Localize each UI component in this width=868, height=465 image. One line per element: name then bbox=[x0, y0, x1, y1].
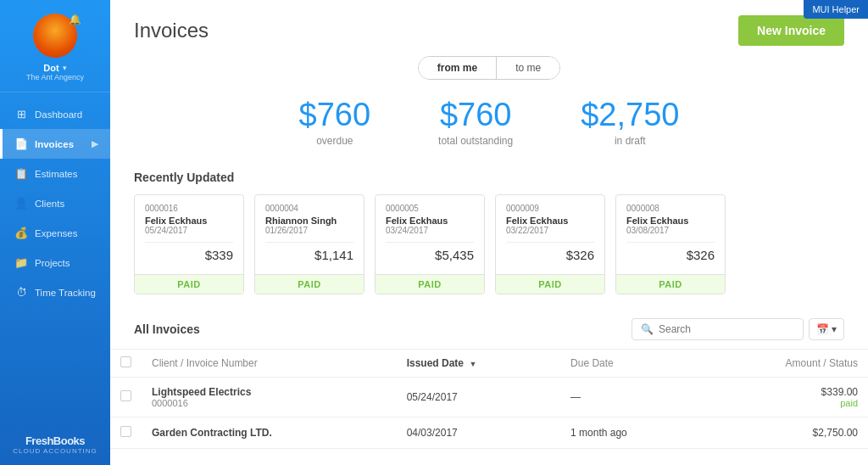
search-input[interactable] bbox=[659, 323, 794, 335]
page-header: Invoices New Invoice bbox=[110, 0, 868, 56]
card-amount: $326 bbox=[506, 248, 594, 262]
card-status: PAID bbox=[376, 274, 484, 294]
sidebar-item-invoices[interactable]: 📄 Invoices ▶ bbox=[0, 129, 110, 159]
card-date: 01/26/2017 bbox=[265, 226, 353, 235]
card-amount: $1,141 bbox=[265, 248, 353, 262]
card-status: PAID bbox=[135, 274, 243, 294]
card-client: Felix Eckhaus bbox=[506, 216, 594, 226]
user-name: Dot bbox=[43, 63, 58, 73]
sidebar-item-label: Estimates bbox=[35, 169, 78, 179]
table-header-issued-date[interactable]: Issued Date ▼ bbox=[397, 350, 560, 378]
stat-overdue: $760 overdue bbox=[299, 97, 371, 147]
table-header-amount: Amount / Status bbox=[700, 350, 868, 378]
time-tracking-icon: ⏱ bbox=[14, 286, 28, 299]
card-client: Rhiannon Singh bbox=[265, 216, 353, 226]
card-number: 0000016 bbox=[145, 204, 233, 213]
table-row[interactable]: Garden Contracting LTD. 04/03/2017 1 mon… bbox=[110, 417, 868, 449]
nav-arrow-icon: ▶ bbox=[92, 139, 98, 148]
expenses-icon: 💰 bbox=[14, 227, 28, 239]
card-date: 03/22/2017 bbox=[506, 226, 594, 235]
sidebar-item-dashboard[interactable]: ⊞ Dashboard bbox=[0, 99, 110, 129]
card-date: 03/24/2017 bbox=[386, 226, 474, 235]
stat-draft-label: in draft bbox=[581, 135, 679, 147]
mui-helper-button[interactable]: MUI Helper bbox=[804, 0, 868, 19]
sidebar-nav: ⊞ Dashboard 📄 Invoices ▶ 📋 Estimates 👤 C… bbox=[0, 92, 110, 423]
card-number: 0000004 bbox=[265, 204, 353, 213]
card-client: Felix Eckhaus bbox=[626, 216, 715, 226]
invoice-card[interactable]: 0000008 Felix Eckhaus 03/08/2017 $326 PA… bbox=[615, 194, 726, 294]
logo-text: FreshBooks bbox=[25, 434, 85, 447]
tab-from-me[interactable]: from me bbox=[419, 57, 497, 79]
bell-icon: 🔔 bbox=[69, 14, 81, 25]
row-checkbox[interactable] bbox=[120, 390, 131, 401]
all-invoices-header: All Invoices 🔍 📅 ▾ bbox=[110, 318, 868, 349]
table-header-check bbox=[110, 350, 142, 378]
row-client: Garden Contracting LTD. bbox=[142, 417, 397, 449]
calendar-chevron-icon: ▾ bbox=[832, 323, 837, 335]
row-checkbox[interactable] bbox=[120, 426, 131, 437]
tab-to-me[interactable]: to me bbox=[497, 57, 559, 79]
sidebar-item-label: Expenses bbox=[35, 228, 78, 238]
user-row[interactable]: Dot ▾ bbox=[43, 63, 66, 73]
row-amount: $2,750.00 bbox=[700, 417, 868, 449]
card-amount: $5,435 bbox=[386, 248, 474, 262]
row-check bbox=[110, 378, 142, 417]
sort-arrow-icon: ▼ bbox=[469, 360, 476, 368]
stat-draft-amount: $2,750 bbox=[581, 97, 679, 133]
table-header-client: Client / Invoice Number bbox=[142, 350, 397, 378]
sidebar-item-label: Clients bbox=[35, 199, 64, 209]
user-company: The Ant Angency bbox=[26, 73, 84, 81]
sidebar-item-label: Invoices bbox=[35, 139, 74, 149]
recently-updated-title: Recently Updated bbox=[110, 171, 868, 184]
invoice-table: Client / Invoice Number Issued Date ▼ Du… bbox=[110, 349, 868, 449]
sidebar-item-time-tracking[interactable]: ⏱ Time Tracking bbox=[0, 277, 110, 307]
table-header-due-date: Due Date bbox=[560, 350, 700, 378]
invoice-card[interactable]: 0000005 Felix Eckhaus 03/24/2017 $5,435 … bbox=[375, 194, 485, 294]
row-amount: $339.00 paid bbox=[700, 378, 868, 417]
estimates-icon: 📋 bbox=[14, 167, 28, 180]
card-amount: $339 bbox=[145, 248, 233, 262]
tabs-row: from me to me bbox=[110, 56, 868, 80]
card-date: 03/08/2017 bbox=[626, 226, 715, 235]
tabs-wrap: from me to me bbox=[418, 56, 560, 80]
chevron-down-icon: ▾ bbox=[63, 64, 67, 72]
stat-outstanding-label: total outstanding bbox=[438, 135, 513, 147]
sidebar-item-projects[interactable]: 📁 Projects bbox=[0, 248, 110, 277]
page-title: Invoices bbox=[134, 19, 209, 42]
calendar-icon: 📅 bbox=[816, 323, 829, 335]
main-content: MUI Helper Invoices New Invoice from me … bbox=[110, 0, 868, 465]
invoice-card[interactable]: 0000009 Felix Eckhaus 03/22/2017 $326 PA… bbox=[495, 194, 605, 294]
dashboard-icon: ⊞ bbox=[14, 108, 28, 120]
sidebar-item-expenses[interactable]: 💰 Expenses bbox=[0, 218, 110, 248]
search-input-wrap: 🔍 bbox=[632, 318, 804, 340]
table-row[interactable]: Lightspeed Electrics 0000016 05/24/2017 … bbox=[110, 378, 868, 417]
sidebar-item-label: Dashboard bbox=[35, 109, 82, 120]
invoice-card[interactable]: 0000004 Rhiannon Singh 01/26/2017 $1,141… bbox=[254, 194, 364, 294]
sidebar-item-clients[interactable]: 👤 Clients bbox=[0, 188, 110, 218]
stat-overdue-amount: $760 bbox=[299, 97, 371, 133]
sidebar-item-estimates[interactable]: 📋 Estimates bbox=[0, 159, 110, 188]
calendar-button[interactable]: 📅 ▾ bbox=[809, 318, 844, 340]
search-icon: 🔍 bbox=[641, 323, 654, 335]
row-check bbox=[110, 417, 142, 449]
freshbooks-logo: FreshBooks cloud accounting bbox=[4, 423, 106, 465]
logo-sub: cloud accounting bbox=[13, 447, 97, 455]
sidebar-item-label: Time Tracking bbox=[35, 288, 96, 298]
card-status: PAID bbox=[616, 274, 725, 294]
card-number: 0000005 bbox=[386, 204, 474, 213]
new-invoice-button[interactable]: New Invoice bbox=[738, 15, 844, 46]
card-status: PAID bbox=[255, 274, 364, 294]
card-status: PAID bbox=[496, 274, 604, 294]
header-checkbox[interactable] bbox=[120, 356, 131, 367]
sidebar: 🔔 Dot ▾ The Ant Angency ⊞ Dashboard 📄 In… bbox=[0, 0, 110, 465]
invoices-icon: 📄 bbox=[14, 137, 28, 150]
all-invoices-title: All Invoices bbox=[134, 322, 200, 336]
card-number: 0000009 bbox=[506, 204, 594, 213]
invoice-card[interactable]: 0000016 Felix Eckhaus 05/24/2017 $339 PA… bbox=[134, 194, 244, 294]
sidebar-item-label: Projects bbox=[35, 258, 70, 268]
avatar-wrap: 🔔 bbox=[33, 14, 77, 58]
row-client: Lightspeed Electrics 0000016 bbox=[142, 378, 397, 417]
stat-draft: $2,750 in draft bbox=[581, 97, 679, 147]
card-client: Felix Eckhaus bbox=[386, 216, 474, 226]
row-issued-date: 05/24/2017 bbox=[397, 378, 560, 417]
